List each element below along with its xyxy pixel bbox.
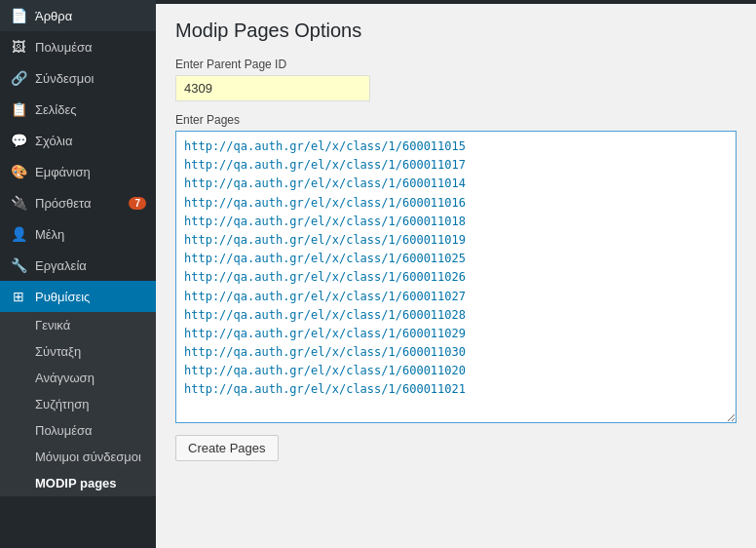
submenu-item-discussion[interactable]: Συζήτηση [0,391,156,417]
parent-id-label: Enter Parent Page ID [175,58,737,71]
comments-icon: 💬 [10,133,27,148]
articles-icon: 📄 [10,8,27,23]
media-icon: 🖼 [10,39,27,55]
sidebar-label-pages: Σελίδες [35,102,146,117]
submenu-item-permalinks[interactable]: Μόνιμοι σύνδεσμοι [0,444,156,470]
sidebar-item-links[interactable]: 🔗 Σύνδεσμοι [0,62,156,94]
sidebar-item-tools[interactable]: 🔧 Εργαλεία [0,250,156,281]
sidebar-label-links: Σύνδεσμοι [35,71,146,86]
sidebar-item-media[interactable]: 🖼 Πολυμέσα [0,31,156,62]
page-title: Modip Pages Options [175,20,737,42]
sidebar-label-settings: Ρυθμίσεις [35,290,146,304]
badge-plugins: 7 [129,197,146,210]
sidebar-label-articles: Άρθρα [35,9,146,23]
pages-textarea[interactable] [175,131,737,423]
sidebar-label-tools: Εργαλεία [35,258,146,273]
sidebar: 📄 Άρθρα 🖼 Πολυμέσα 🔗 Σύνδεσμοι 📋 Σελίδες… [0,0,156,548]
submenu-item-reading[interactable]: Ανάγνωση [0,365,156,391]
sidebar-label-plugins: Πρόσθετα [35,196,121,211]
sidebar-label-appearance: Εμφάνιση [35,165,146,179]
pages-label: Enter Pages [175,113,737,127]
submenu-item-multimedia[interactable]: Πολυμέσα [0,417,156,444]
sidebar-item-settings[interactable]: ⊞ Ρυθμίσεις [0,281,156,312]
submenu-item-modip[interactable]: MODIP pages [0,470,156,496]
sidebar-item-comments[interactable]: 💬 Σχόλια [0,125,156,156]
sidebar-item-plugins[interactable]: 🔌 Πρόσθετα 7 [0,187,156,218]
main-content: Modip Pages Options Enter Parent Page ID… [156,0,756,548]
submenu-item-syntax[interactable]: Σύνταξη [0,338,156,365]
sidebar-label-media: Πολυμέσα [35,40,146,55]
content-area: Modip Pages Options Enter Parent Page ID… [156,4,756,548]
sidebar-item-pages[interactable]: 📋 Σελίδες [0,94,156,125]
links-icon: 🔗 [10,70,27,86]
parent-id-input[interactable] [175,75,370,101]
sidebar-item-appearance[interactable]: 🎨 Εμφάνιση [0,156,156,187]
sidebar-label-comments: Σχόλια [35,134,146,148]
sidebar-item-articles[interactable]: 📄 Άρθρα [0,0,156,31]
settings-icon: ⊞ [10,289,27,304]
create-pages-button[interactable]: Create Pages [175,435,279,461]
pages-icon: 📋 [10,101,27,117]
appearance-icon: 🎨 [10,164,27,179]
tools-icon: 🔧 [10,257,27,273]
plugins-icon: 🔌 [10,195,27,211]
submenu-item-general[interactable]: Γενικά [0,312,156,338]
members-icon: 👤 [10,226,27,242]
sidebar-item-members[interactable]: 👤 Μέλη [0,218,156,250]
sidebar-label-members: Μέλη [35,227,146,242]
